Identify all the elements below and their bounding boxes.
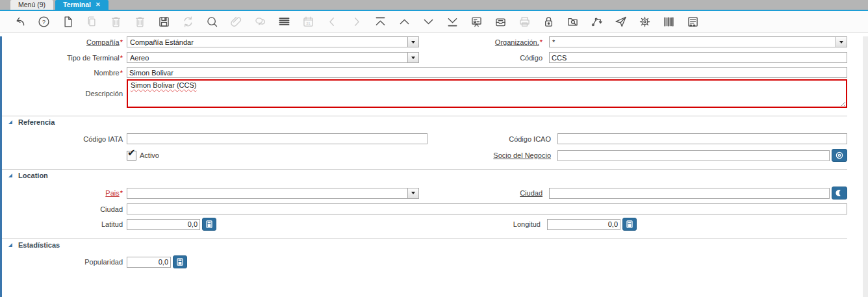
svg-text:?: ? — [42, 18, 45, 25]
section-referencia[interactable]: Referencia — [2, 118, 868, 127]
organizacion-combobox[interactable]: * — [549, 36, 847, 47]
popularidad-input[interactable] — [127, 257, 171, 268]
window-report-icon[interactable] — [686, 15, 700, 29]
help-icon[interactable]: ? — [37, 15, 51, 29]
tipo-de-terminal-combobox[interactable]: Aereo — [127, 52, 419, 63]
calculator-button[interactable] — [173, 255, 187, 268]
latitud-label: Latitud — [2, 220, 127, 228]
popularidad-label: Popularidad — [2, 258, 127, 266]
organizacion-label[interactable]: Organización.* — [419, 38, 549, 46]
section-location[interactable]: Location — [2, 171, 868, 180]
ciudad-lookup-input[interactable] — [549, 188, 830, 199]
calculator-icon — [175, 257, 185, 266]
pais-combobox[interactable] — [127, 188, 419, 199]
workflow-icon[interactable] — [590, 15, 604, 29]
tab-menu[interactable]: Menú (9) — [10, 0, 53, 10]
chevron-down-icon[interactable] — [407, 37, 418, 47]
calendar-icon: 31 — [301, 15, 315, 29]
lock-icon[interactable] — [542, 15, 555, 29]
section-divider — [2, 116, 847, 116]
ciudad-lookup-label[interactable]: Ciudad — [419, 189, 549, 197]
descripcion-textarea[interactable]: Simon Bolivar (CCS) — [127, 79, 847, 108]
codigo-input[interactable] — [549, 52, 847, 63]
section-divider — [2, 169, 847, 170]
delete-selection-icon — [133, 15, 147, 29]
archive-icon[interactable] — [494, 15, 507, 29]
codigo-iata-input[interactable] — [127, 133, 428, 144]
collapse-arrow-icon[interactable] — [8, 174, 12, 177]
ciudad-input[interactable] — [127, 203, 847, 214]
tab-terminal[interactable]: Terminal ✕ — [55, 0, 108, 10]
calculator-icon — [205, 220, 214, 229]
report-icon[interactable] — [470, 15, 483, 29]
tab-menu-label: Menú (9) — [18, 1, 45, 8]
compania-label[interactable]: Compañía* — [2, 38, 127, 46]
scrollbar-rail[interactable] — [863, 36, 868, 297]
codigo-icao-input[interactable] — [557, 133, 847, 144]
codigo-icao-label: Código ICAO — [428, 135, 557, 143]
last-record-icon[interactable] — [446, 15, 459, 29]
preferences-icon[interactable] — [638, 15, 652, 29]
section-divider — [2, 239, 847, 239]
section-referencia-title: Referencia — [18, 118, 55, 126]
parent-tab-icon — [326, 15, 339, 29]
print-icon — [518, 15, 531, 29]
tab-terminal-label: Terminal — [63, 0, 91, 10]
tipo-de-terminal-value: Aereo — [127, 54, 407, 62]
codigo-iata-label: Código IATA — [2, 135, 127, 143]
activo-label: Activo — [140, 151, 159, 159]
descripcion-value: Simon Bolivar (CCS) — [131, 81, 196, 89]
collapse-arrow-icon[interactable] — [8, 243, 12, 247]
chevron-down-icon[interactable] — [407, 53, 418, 62]
city-lookup-button[interactable] — [832, 187, 847, 200]
section-estadisticas[interactable]: Estadísticas — [2, 240, 868, 250]
business-partner-search-button[interactable] — [832, 149, 847, 162]
calculator-button[interactable] — [202, 218, 216, 231]
copy-record-icon — [85, 15, 99, 29]
tab-bar: Menú (9) Terminal ✕ — [0, 0, 868, 11]
undo-icon[interactable] — [13, 15, 27, 29]
calculator-button[interactable] — [622, 218, 637, 231]
organizacion-value: * — [550, 38, 836, 46]
business-partner-icon — [835, 151, 844, 160]
activo-checkbox[interactable]: ✔ — [127, 151, 136, 161]
socio-del-negocio-label[interactable]: Socio del Negocio — [428, 151, 557, 159]
calculator-icon — [625, 220, 634, 229]
product-attribute-icon[interactable] — [662, 15, 676, 29]
terminal-form: Compañía* Compañía Estándar Organización… — [0, 36, 868, 297]
save-icon[interactable] — [157, 15, 171, 29]
ciudad-label: Ciudad — [2, 205, 127, 213]
close-icon[interactable]: ✕ — [96, 0, 101, 10]
longitud-input[interactable] — [547, 219, 620, 230]
zoom-across-icon[interactable] — [566, 15, 580, 29]
attachment-icon — [229, 15, 243, 29]
chat-icon — [253, 15, 267, 29]
next-record-icon[interactable] — [422, 15, 435, 29]
send-mail-icon[interactable] — [614, 15, 628, 29]
new-record-icon[interactable] — [61, 15, 75, 29]
chevron-down-icon[interactable] — [836, 37, 847, 47]
first-record-icon[interactable] — [374, 15, 387, 29]
pais-label[interactable]: Pais* — [2, 189, 127, 197]
nombre-label: Nombre* — [2, 69, 127, 77]
latitud-input[interactable] — [127, 219, 200, 230]
toolbar: ? 31 — [0, 11, 868, 32]
refresh-icon — [181, 15, 195, 29]
section-estadisticas-title: Estadísticas — [18, 241, 60, 249]
resize-handle-icon[interactable] — [839, 100, 845, 106]
socio-del-negocio-input[interactable] — [557, 150, 830, 161]
descripcion-label: Descripción — [2, 90, 127, 97]
previous-record-icon[interactable] — [398, 15, 411, 29]
compania-combobox[interactable]: Compañía Estándar — [127, 36, 419, 47]
collapse-arrow-icon[interactable] — [8, 120, 12, 124]
chevron-down-icon[interactable] — [407, 188, 418, 198]
change-log-icon[interactable] — [277, 15, 291, 29]
delete-record-icon — [109, 15, 123, 29]
codigo-label: Código — [419, 54, 549, 62]
nombre-input[interactable] — [127, 67, 847, 78]
section-location-title: Location — [18, 172, 48, 179]
longitud-label: Longitud — [417, 220, 547, 228]
find-icon[interactable] — [205, 15, 219, 29]
detail-tab-icon — [350, 15, 363, 29]
city-crescent-icon — [835, 188, 844, 198]
